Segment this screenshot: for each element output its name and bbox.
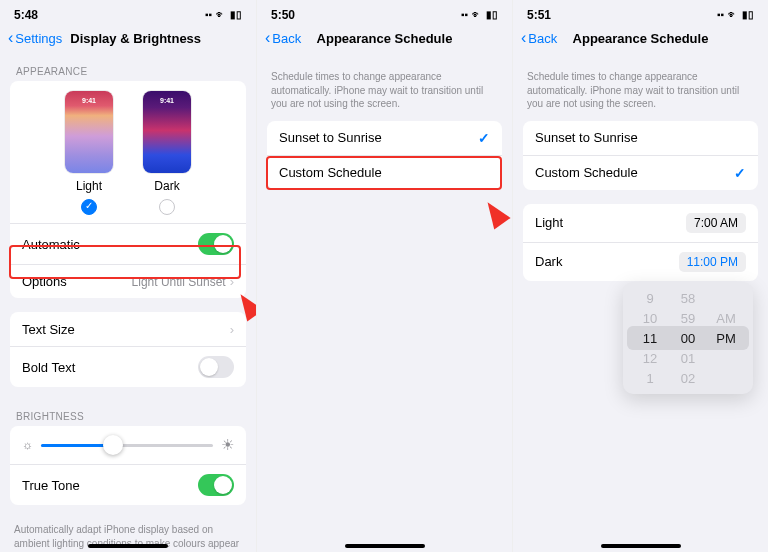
wifi-icon: ᯤ [472,10,482,20]
back-button[interactable]: ‹ Settings [8,30,62,46]
dark-thumbnail: 9:41 [143,91,191,173]
chevron-right-icon: › [230,322,234,337]
light-thumbnail: 9:41 [65,91,113,173]
option-custom[interactable]: Custom Schedule [267,155,502,189]
status-bar: 5:51 ▪▪ ᯤ ▮▯ [513,0,768,26]
status-time: 5:48 [14,8,38,22]
text-group: Text Size › Bold Text [10,312,246,387]
automatic-row[interactable]: Automatic [10,223,246,264]
home-indicator [345,544,425,548]
battery-icon: ▮▯ [230,10,242,20]
nav-bar: ‹ Back Appearance Schedule [257,26,512,56]
sun-small-icon: ☼ [22,438,33,452]
status-time: 5:51 [527,8,551,22]
brightness-group: ☼ ☀ True Tone [10,426,246,505]
status-icons: ▪▪ ᯤ ▮▯ [205,10,242,20]
options-value: Light Until Sunset › [132,274,234,289]
option-custom[interactable]: Custom Schedule ✓ [523,155,758,190]
options-row[interactable]: Options Light Until Sunset › [10,264,246,298]
bold-text-switch[interactable] [198,356,234,378]
automatic-switch[interactable] [198,233,234,255]
screen-custom-schedule: 5:51 ▪▪ ᯤ ▮▯ ‹ Back Appearance Schedule … [512,0,768,552]
schedule-help: Schedule times to change appearance auto… [513,56,768,121]
signal-icon: ▪▪ [205,10,212,20]
brightness-thumb[interactable] [103,435,123,455]
check-icon: ✓ [734,165,746,181]
mode-light-radio[interactable] [81,199,97,215]
nav-bar: ‹ Back Appearance Schedule [513,26,768,56]
mode-dark-radio[interactable] [159,199,175,215]
dark-time-value[interactable]: 11:00 PM [679,252,746,272]
appearance-previews: 9:41 Light 9:41 Dark [10,87,246,223]
sun-large-icon: ☀ [221,436,234,454]
appearance-group: 9:41 Light 9:41 Dark Automatic O [10,81,246,298]
battery-icon: ▮▯ [742,10,754,20]
dark-time-row[interactable]: Dark 11:00 PM [523,242,758,281]
mode-dark-label: Dark [154,179,179,193]
automatic-label: Automatic [22,237,80,252]
chevron-left-icon: ‹ [265,30,270,46]
brightness-header: BRIGHTNESS [0,401,256,426]
battery-icon: ▮▯ [486,10,498,20]
screen-appearance-schedule: 5:50 ▪▪ ᯤ ▮▯ ‹ Back Appearance Schedule … [256,0,512,552]
home-indicator [601,544,681,548]
schedule-help: Schedule times to change appearance auto… [257,56,512,121]
status-icons: ▪▪ ᯤ ▮▯ [461,10,498,20]
option-sunset[interactable]: Sunset to Sunrise [523,121,758,155]
wifi-icon: ᯤ [728,10,738,20]
status-icons: ▪▪ ᯤ ▮▯ [717,10,754,20]
brightness-slider[interactable] [41,444,213,447]
brightness-slider-row[interactable]: ☼ ☀ [10,426,246,464]
true-tone-switch[interactable] [198,474,234,496]
true-tone-row[interactable]: True Tone [10,464,246,505]
custom-times: Light 7:00 AM Dark 11:00 PM [523,204,758,281]
time-picker[interactable]: 958 1059AM 1100PM 1201 102 [623,282,753,394]
back-label: Back [272,31,301,46]
home-indicator [88,544,168,548]
bold-text-row[interactable]: Bold Text [10,346,246,387]
picker-selection-band [627,326,749,350]
signal-icon: ▪▪ [461,10,468,20]
back-label: Settings [15,31,62,46]
light-time-row[interactable]: Light 7:00 AM [523,204,758,242]
back-label: Back [528,31,557,46]
status-bar: 5:48 ▪▪ ᯤ ▮▯ [0,0,256,26]
text-size-row[interactable]: Text Size › [10,312,246,346]
back-button[interactable]: ‹ Back [521,30,557,46]
check-icon: ✓ [478,130,490,146]
mode-light-label: Light [76,179,102,193]
appearance-header: APPEARANCE [0,56,256,81]
schedule-options: Sunset to Sunrise Custom Schedule ✓ [523,121,758,190]
page-title: Display & Brightness [70,31,248,46]
option-sunset[interactable]: Sunset to Sunrise ✓ [267,121,502,155]
nav-bar: ‹ Settings Display & Brightness [0,26,256,56]
options-label: Options [22,274,67,289]
chevron-left-icon: ‹ [521,30,526,46]
status-time: 5:50 [271,8,295,22]
status-bar: 5:50 ▪▪ ᯤ ▮▯ [257,0,512,26]
light-time-value[interactable]: 7:00 AM [686,213,746,233]
back-button[interactable]: ‹ Back [265,30,301,46]
signal-icon: ▪▪ [717,10,724,20]
chevron-left-icon: ‹ [8,30,13,46]
mode-light[interactable]: 9:41 Light [65,91,113,215]
wifi-icon: ᯤ [216,10,226,20]
screen-display-brightness: 5:48 ▪▪ ᯤ ▮▯ ‹ Settings Display & Bright… [0,0,256,552]
chevron-right-icon: › [230,274,234,289]
mode-dark[interactable]: 9:41 Dark [143,91,191,215]
schedule-options: Sunset to Sunrise ✓ Custom Schedule [267,121,502,189]
